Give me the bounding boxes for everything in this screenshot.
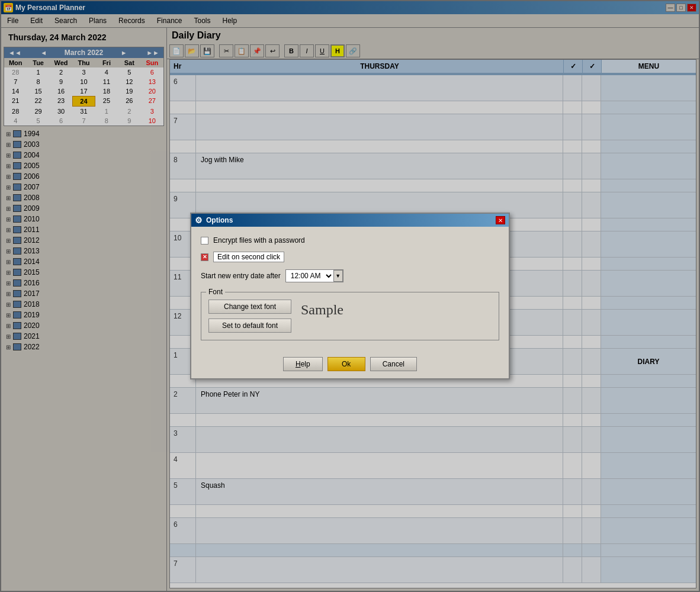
encrypt-row: Encrypt files with a password (201, 236, 499, 244)
dialog-title-icon: ⚙ (195, 215, 203, 225)
dialog-close-button[interactable]: ✕ (496, 216, 505, 224)
dialog-title-text: Options (206, 216, 233, 224)
dialog-titlebar: ⚙ Options ✕ (191, 214, 509, 227)
font-buttons: Change text font Set to default font (208, 300, 291, 333)
dialog-title: ⚙ Options (195, 215, 233, 225)
cancel-button[interactable]: Cancel (370, 357, 417, 371)
font-area: Change text font Set to default font Sam… (208, 297, 492, 333)
time-select[interactable]: 12:00 AM 1:00 AM 6:00 PM (286, 270, 333, 282)
dialog-buttons: Help Ok Cancel (191, 352, 509, 378)
set-default-font-button[interactable]: Set to default font (208, 318, 291, 333)
ok-button[interactable]: Ok (327, 357, 365, 371)
edit-second-click-label: Edit on second click (213, 252, 284, 262)
edit-second-click-checkbox[interactable]: ✕ (201, 253, 208, 261)
font-group-label: Font (206, 288, 225, 296)
encrypt-label: Encrypt files with a password (213, 236, 305, 244)
dialog-body: Encrypt files with a password ✕ Edit on … (191, 227, 509, 352)
help-button[interactable]: Help (283, 357, 323, 371)
time-dropdown-button[interactable]: ▼ (333, 270, 343, 282)
edit-second-click-row: ✕ Edit on second click (201, 252, 499, 262)
encrypt-checkbox[interactable] (201, 237, 208, 244)
font-sample: Sample (301, 300, 343, 318)
start-entry-row: Start new entry date after 12:00 AM 1:00… (201, 269, 499, 282)
start-entry-label: Start new entry date after (201, 272, 281, 280)
font-group: Font Change text font Set to default fon… (201, 292, 499, 340)
time-select-container: 12:00 AM 1:00 AM 6:00 PM ▼ (285, 269, 343, 282)
change-font-button[interactable]: Change text font (208, 300, 291, 314)
options-dialog: ⚙ Options ✕ Encrypt files with a passwor… (190, 213, 510, 379)
dialog-overlay: ⚙ Options ✕ Encrypt files with a passwor… (0, 0, 700, 592)
